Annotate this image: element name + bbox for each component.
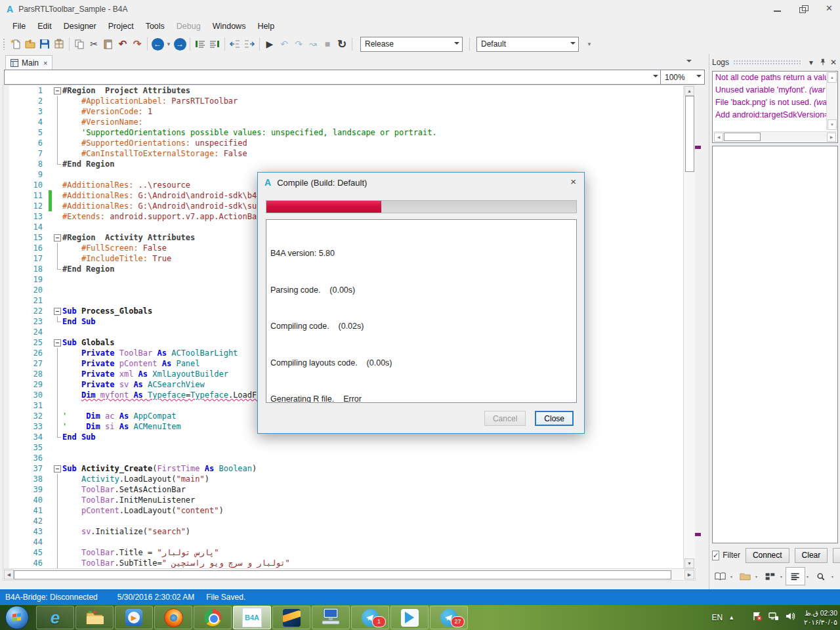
logs-panel-icon[interactable] bbox=[786, 567, 805, 585]
menu-file[interactable]: File bbox=[7, 20, 32, 33]
code-line[interactable]: 45 ToolBar.Title = "پارس تولبار" bbox=[3, 547, 683, 558]
list-devices-button[interactable]: List D bbox=[833, 548, 840, 563]
code-line[interactable]: 3 #VersionCode: 1 bbox=[3, 106, 683, 117]
action-center-icon[interactable] bbox=[752, 611, 763, 624]
vscroll-thumb[interactable] bbox=[685, 96, 694, 172]
code-line[interactable]: 41 pContent.LoadLayout("content") bbox=[3, 505, 683, 516]
scroll-left-icon[interactable]: ◀ bbox=[4, 570, 14, 579]
logs-list[interactable]: Not all code paths return a valu Unused … bbox=[712, 71, 838, 143]
log-item[interactable]: Add android:targetSdkVersion= bbox=[713, 109, 837, 121]
back-history-dropdown-icon[interactable]: ▼ bbox=[165, 41, 173, 47]
cut-icon[interactable]: ✂ bbox=[87, 37, 101, 51]
volume-icon[interactable] bbox=[785, 611, 795, 624]
logs-hscrollbar[interactable]: ◀ ▶ bbox=[713, 131, 837, 142]
filter-checkbox[interactable]: ✓ bbox=[712, 551, 719, 560]
open-project-icon[interactable] bbox=[23, 37, 37, 51]
code-line[interactable]: 8#End Region bbox=[3, 159, 683, 169]
tray-expand-icon[interactable]: ▲ bbox=[728, 614, 734, 621]
navigate-back-icon[interactable]: ← bbox=[150, 37, 165, 51]
search-panel-icon[interactable] bbox=[812, 568, 830, 585]
scroll-down-icon[interactable]: ▼ bbox=[828, 119, 837, 130]
uncomment-icon[interactable] bbox=[242, 37, 257, 51]
code-line[interactable]: 39 ToolBar.SetAsActionBar bbox=[3, 484, 683, 495]
redo-icon[interactable]: ↷ bbox=[130, 37, 144, 51]
start-button[interactable] bbox=[5, 606, 29, 629]
code-line[interactable]: 36 bbox=[3, 453, 683, 463]
tab-list-dropdown-icon[interactable] bbox=[686, 60, 692, 65]
tray-clock[interactable]: 02:30 ق.ظ ۲۰۱۶/۳۰/۰۵ bbox=[804, 608, 837, 627]
run-icon[interactable]: ▶ bbox=[262, 37, 277, 51]
find-all-references-icon[interactable] bbox=[837, 568, 840, 585]
code-line[interactable]: 42 bbox=[3, 516, 683, 526]
paste-icon[interactable] bbox=[101, 37, 116, 51]
language-indicator[interactable]: EN bbox=[711, 613, 723, 622]
undo-icon[interactable]: ↶ bbox=[116, 37, 130, 51]
rebuild-icon[interactable]: ↻ bbox=[335, 37, 349, 51]
dialog-close-icon[interactable]: × bbox=[570, 176, 576, 187]
code-line[interactable]: 1#Region Project Attributes bbox=[3, 85, 683, 96]
code-line[interactable]: 4 #VersionName: bbox=[3, 117, 683, 127]
taskbar-file-explorer[interactable] bbox=[75, 606, 114, 629]
code-line[interactable]: 2 #ApplicationLabel: ParsRTLToolbar bbox=[3, 96, 683, 106]
comment-icon[interactable] bbox=[228, 37, 242, 51]
menu-project[interactable]: Project bbox=[102, 20, 140, 33]
code-line[interactable]: 35 bbox=[3, 442, 683, 453]
logs-output-area[interactable] bbox=[712, 146, 838, 543]
compile-log-output[interactable]: B4A version: 5.80 Parsing code. (0.00s) … bbox=[266, 219, 577, 403]
code-line[interactable]: 44 bbox=[3, 537, 683, 547]
taskbar-chrome[interactable] bbox=[194, 606, 232, 629]
menu-tools[interactable]: Tools bbox=[140, 20, 171, 33]
taskbar-telegram-desktop[interactable]: 27 bbox=[430, 606, 468, 629]
taskbar-b4a[interactable]: B4A bbox=[233, 606, 271, 629]
pin-icon[interactable] bbox=[818, 58, 827, 67]
scroll-up-icon[interactable]: ▲ bbox=[684, 86, 694, 96]
code-line[interactable]: 6 #SupportedOrientations: unspecified bbox=[3, 138, 683, 148]
code-line[interactable]: 5 'SupportedOrientations possible values… bbox=[3, 127, 683, 138]
log-item[interactable]: File 'back.png' is not used. (wa. bbox=[713, 96, 837, 109]
indent-icon[interactable] bbox=[193, 37, 207, 51]
build-configuration-select[interactable]: Release bbox=[360, 37, 463, 52]
log-item[interactable]: Unused variable 'myfont'. (war bbox=[713, 84, 837, 96]
save-icon[interactable] bbox=[37, 37, 52, 51]
restore-icon[interactable] bbox=[799, 5, 808, 13]
export-zip-icon[interactable] bbox=[52, 37, 66, 51]
copy-icon[interactable] bbox=[72, 37, 87, 51]
editor-vscrollbar[interactable]: ▲ ▼ bbox=[683, 85, 696, 570]
close-panel-icon[interactable]: ✕ bbox=[829, 58, 838, 67]
hscroll-thumb[interactable] bbox=[14, 570, 671, 579]
tab-main[interactable]: Main × bbox=[5, 55, 52, 70]
new-file-icon[interactable] bbox=[9, 37, 23, 51]
code-line[interactable]: 37Sub Activity_Create(FirstTime As Boole… bbox=[3, 463, 683, 474]
logs-vscrollbar[interactable]: ▲ ▼ bbox=[826, 72, 837, 130]
toolbar-overflow-icon[interactable]: ▼ bbox=[585, 41, 593, 47]
build-mode-select[interactable]: Default bbox=[476, 37, 579, 52]
network-icon[interactable] bbox=[768, 611, 779, 624]
modules-panel-icon[interactable] bbox=[761, 568, 779, 585]
scroll-right-icon[interactable]: ▶ bbox=[827, 133, 836, 142]
taskbar-remote-desktop[interactable] bbox=[312, 606, 350, 629]
taskbar-media-player[interactable]: ▶ bbox=[115, 606, 153, 629]
change-marker[interactable] bbox=[695, 533, 701, 536]
code-line[interactable]: 7 #CanInstallToExternalStorage: False bbox=[3, 148, 683, 159]
taskbar-telegram[interactable]: 1 bbox=[351, 606, 389, 629]
code-line[interactable]: 46 ToolBar.SubTitle=" تولبار و سرچ ویو ر… bbox=[3, 558, 683, 568]
close-button[interactable]: Close bbox=[535, 411, 574, 426]
hscroll-thumb[interactable] bbox=[724, 133, 761, 141]
navigate-forward-icon[interactable]: → bbox=[173, 37, 187, 51]
books-panel-icon[interactable] bbox=[711, 568, 729, 585]
files-panel-icon[interactable] bbox=[736, 568, 754, 585]
taskbar-internet-explorer[interactable]: e bbox=[36, 606, 74, 629]
menu-windows[interactable]: Windows bbox=[207, 20, 252, 33]
connect-button[interactable]: Connect bbox=[746, 548, 789, 563]
outdent-icon[interactable] bbox=[207, 37, 222, 51]
clear-button[interactable]: Clear bbox=[795, 548, 828, 563]
code-line[interactable]: 43 sv.Initialize("search") bbox=[3, 526, 683, 537]
menu-edit[interactable]: Edit bbox=[32, 20, 58, 33]
taskbar-photo-editor[interactable] bbox=[272, 606, 310, 629]
member-navigator-select[interactable] bbox=[4, 70, 662, 85]
panel-menu-icon[interactable]: ▼ bbox=[807, 59, 816, 66]
scroll-right-icon[interactable]: ▶ bbox=[684, 570, 694, 579]
zoom-select[interactable]: 100% bbox=[660, 70, 705, 85]
minimize-icon[interactable] bbox=[773, 5, 782, 13]
log-item[interactable]: Not all code paths return a valu bbox=[713, 72, 837, 84]
